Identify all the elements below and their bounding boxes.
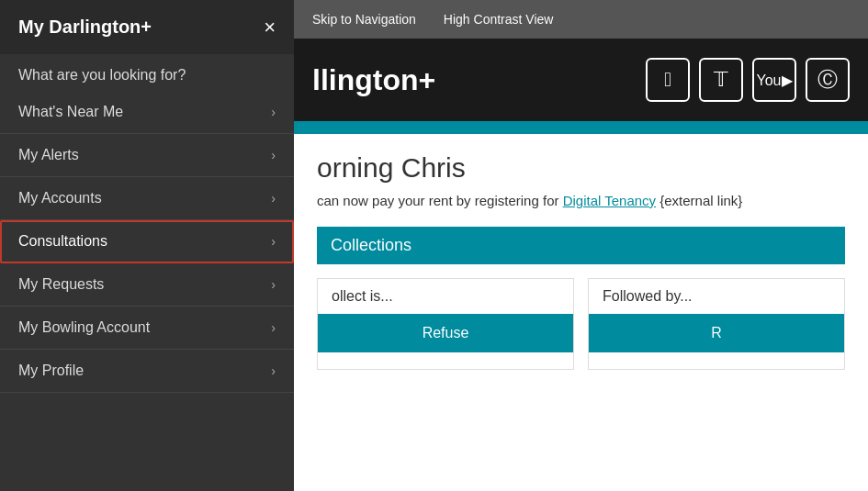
sidebar-nav: What's Near Me›My Alerts›My Accounts›Con… (0, 91, 294, 393)
chevron-right-icon: › (271, 148, 276, 162)
high-contrast-link[interactable]: High Contrast View (444, 12, 554, 27)
sidebar-header: My Darlington+ × (0, 0, 294, 54)
sidebar-title: My Darlington+ (18, 17, 152, 38)
sidebar-subtitle: What are you looking for? (0, 54, 294, 91)
sidebar-item-my-requests[interactable]: My Requests› (0, 263, 294, 307)
sidebar-item-my-accounts[interactable]: My Accounts› (0, 177, 294, 220)
sidebar-link-0[interactable]: What's Near Me› (0, 91, 294, 133)
sidebar-close-button[interactable]: × (264, 17, 276, 38)
site-logo: llington+ (312, 63, 646, 97)
social-icons-container:  𝕋 You▶ Ⓒ (646, 58, 850, 102)
collection-card-2-label: Followed by... (589, 279, 844, 314)
sidebar-link-2[interactable]: My Accounts› (0, 177, 294, 219)
sidebar-item-my-profile[interactable]: My Profile› (0, 350, 294, 393)
accessibility-bar: Skip to Navigation High Contrast View (294, 0, 868, 39)
sidebar-item-my-alerts[interactable]: My Alerts› (0, 134, 294, 177)
sidebar-link-5[interactable]: My Bowling Account› (0, 307, 294, 349)
collection-card-1-refuse-button[interactable]: Refuse (318, 314, 573, 352)
sidebar-link-1[interactable]: My Alerts› (0, 134, 294, 176)
chevron-right-icon: › (271, 191, 276, 206)
sidebar-item-what's-near-me[interactable]: What's Near Me› (0, 91, 294, 134)
skip-to-navigation-link[interactable]: Skip to Navigation (312, 12, 416, 27)
youtube-icon[interactable]: You▶ (752, 58, 796, 102)
chevron-right-icon: › (271, 320, 276, 335)
other-social-icon[interactable]: Ⓒ (806, 58, 850, 102)
greeting-text: orning Chris (317, 152, 466, 183)
main-content: orning Chris can now pay your rent by re… (294, 134, 868, 491)
sidebar-item-consultations[interactable]: Consultations› (0, 220, 294, 263)
sidebar-link-3[interactable]: Consultations› (0, 220, 294, 262)
collections-section-header: Collections (317, 227, 845, 264)
sidebar-item-my-bowling-account[interactable]: My Bowling Account› (0, 307, 294, 350)
digital-tenancy-link[interactable]: Digital Tenancy (563, 193, 656, 208)
header: llington+  𝕋 You▶ Ⓒ (294, 39, 868, 121)
collection-card-2-button[interactable]: R (589, 314, 844, 352)
sidebar-link-4[interactable]: My Requests› (0, 263, 294, 306)
chevron-right-icon: › (271, 234, 276, 249)
collection-card-1: ollect is... Refuse (317, 278, 574, 370)
greeting-heading: orning Chris (317, 152, 845, 184)
sidebar-link-6[interactable]: My Profile› (0, 350, 294, 392)
chevron-right-icon: › (271, 363, 276, 378)
facebook-icon[interactable]:  (646, 58, 690, 102)
collections-row: ollect is... Refuse Followed by... R (317, 278, 845, 370)
collection-card-1-label: ollect is... (318, 279, 573, 314)
collection-card-2: Followed by... R (588, 278, 845, 370)
twitter-icon[interactable]: 𝕋 (699, 58, 743, 102)
teal-nav-bar (294, 121, 868, 134)
chevron-right-icon: › (271, 105, 276, 119)
sidebar: My Darlington+ × What are you looking fo… (0, 0, 294, 491)
chevron-right-icon: › (271, 277, 276, 292)
greeting-subtext: can now pay your rent by registering for… (317, 193, 845, 208)
